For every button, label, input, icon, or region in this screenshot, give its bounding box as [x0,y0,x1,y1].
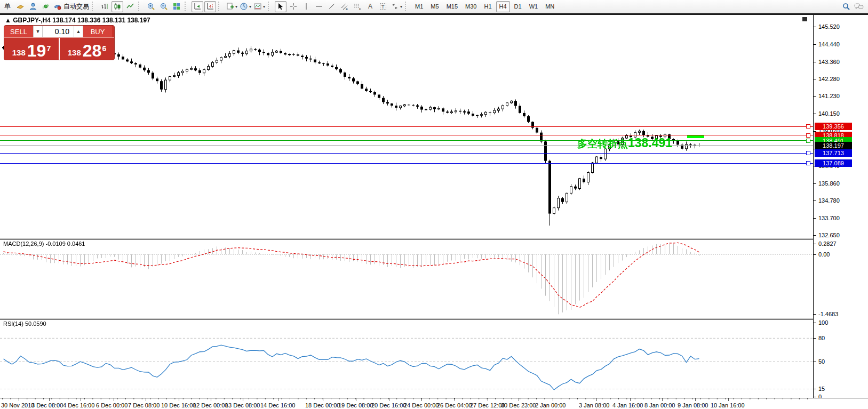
new-order-label: 单 [4,2,11,11]
highlight-segment[interactable] [687,135,704,138]
text-tool-button[interactable]: A [364,1,376,12]
buy-button[interactable]: BUY [83,26,112,37]
signals-icon[interactable] [40,1,52,12]
new-chart-button[interactable]: ▾ [225,1,238,12]
time-axis-label: 20 Dec 16:00 [371,402,406,408]
tf-button-d1[interactable]: D1 [511,1,525,12]
time-axis-label: 3 Dec 08:00 [31,402,63,408]
toolbar-separator [405,2,410,11]
candlestick-button[interactable] [112,1,123,12]
pane-separator[interactable] [0,318,868,320]
equidistant-channel-button[interactable]: E [339,1,351,12]
price-tick-label: 143.360 [818,59,840,65]
tf-button-h1[interactable]: H1 [481,1,495,12]
price-tick-label: 135.860 [818,180,840,187]
toolbar-separator [138,2,143,11]
tf-button-m1[interactable]: M1 [412,1,426,12]
timeframe-group: M1M5M15M30H1H4D1W1MN [411,1,558,12]
chat-icon[interactable] [853,1,865,12]
chart-window-icon[interactable] [802,17,807,21]
one-click-trading-panel: SELL ▼ ▲ BUY 138197 138286 [4,25,115,60]
buy-price[interactable]: 138286 [60,38,114,60]
level-line-138.197[interactable] [0,145,813,146]
annotation-text: 多空转折点 [577,138,628,149]
tf-button-m15[interactable]: M15 [443,1,461,12]
mt4-window: 单 自动交易 ▾ ▾ ▾ E F A T ▾ M1M5M15M [0,0,868,409]
channel-sub-label: E [346,7,348,11]
time-axis-label: 6 Dec 00:00 [96,402,128,408]
autotrading-button[interactable]: 自动交易 [53,1,90,12]
tile-windows-button[interactable] [171,1,182,12]
price-tick-label: 142.280 [818,76,840,82]
bar-chart-button[interactable] [99,1,110,12]
time-axis-label: 12 Dec 00:00 [193,402,228,408]
level-line-138.491[interactable] [0,140,813,141]
line-handle[interactable] [806,139,810,143]
crosshair-button[interactable] [288,1,299,12]
volume-increase-button[interactable]: ▲ [74,26,83,37]
axis-tick-mark [814,397,816,397]
tf-button-m5[interactable]: M5 [427,1,442,12]
tf-button-m30[interactable]: M30 [462,1,480,12]
level-line-137.713[interactable] [0,153,813,154]
auto-scroll-button[interactable] [192,1,203,12]
price-axis[interactable]: 145.520144.440143.360142.280141.230140.1… [813,15,868,398]
chart-shift-button[interactable] [204,1,216,12]
price-level-chip-139.356[interactable]: 139.356 [815,123,852,130]
sell-price[interactable]: 138197 [4,38,60,60]
horizontal-line-button[interactable] [313,1,325,12]
price-level-chip-138.197[interactable]: 138.197 [815,142,852,149]
price-tick-label: 145.520 [818,23,840,30]
templates-button[interactable]: ▾ [253,1,266,12]
line-handle[interactable] [806,161,810,165]
new-order-button[interactable]: 单 [2,1,13,12]
time-axis-label: 10 Dec 16:00 [161,402,196,408]
collapse-triangle-icon: ▲ [5,17,11,24]
fibonacci-button[interactable]: F [352,1,363,12]
level-line-139.356[interactable] [0,126,813,127]
trendline-button[interactable] [326,1,338,12]
time-axis[interactable]: 30 Nov 20183 Dec 08:004 Dec 16:006 Dec 0… [0,398,868,409]
line-handle[interactable] [806,133,810,138]
profiles-icon[interactable] [27,1,39,12]
volume-decrease-button[interactable]: ▼ [33,26,43,37]
axis-tick-mark [814,218,816,219]
chart-annotation[interactable]: 多空转折点138.491 [577,136,672,151]
tf-button-w1[interactable]: W1 [526,1,541,12]
arrows-tool-button[interactable]: ▾ [390,1,403,12]
toolbar-separator [92,2,97,11]
text-label-button[interactable]: T [377,1,389,12]
level-line-137.089[interactable] [0,163,813,164]
line-handle[interactable] [806,124,810,129]
volume-input[interactable] [43,26,74,37]
cursor-button[interactable] [275,1,286,12]
line-chart-button[interactable] [124,1,136,12]
price-level-chip-137.713[interactable]: 137.713 [815,149,852,157]
fibo-sub-label: F [359,7,361,11]
line-handle[interactable] [806,151,810,155]
search-icon[interactable] [840,1,852,12]
chart-symbol-period: GBPJPY-,H4 [13,17,51,24]
zoom-in-button[interactable] [145,1,157,12]
time-axis-label: 30 Dec 23:00 [501,402,536,408]
tf-button-h4[interactable]: H4 [496,1,510,12]
vertical-line-button[interactable] [300,1,312,12]
buy-price-point: 6 [102,45,106,52]
zoom-out-button[interactable] [158,1,170,12]
sell-button[interactable]: SELL [4,26,33,37]
toolbar-separator [185,2,189,11]
time-axis-label: 3 Jan 08:00 [579,402,610,408]
axis-tick-mark [814,27,816,27]
rsi-scale-label: 15 [818,386,825,392]
rsi-label: RSI(14) 50.0590 [3,320,46,327]
history-icon[interactable] [14,1,26,12]
rsi-canvas[interactable] [0,320,813,398]
axis-tick-mark [814,389,816,389]
macd-canvas[interactable] [0,240,813,318]
time-tick-marks [0,398,868,402]
tf-button-mn[interactable]: MN [542,1,558,12]
periods-button[interactable]: ▾ [239,1,252,12]
axis-tick-mark [814,314,816,315]
pane-separator[interactable] [0,238,868,240]
price-level-chip-137.089[interactable]: 137.089 [815,159,852,167]
